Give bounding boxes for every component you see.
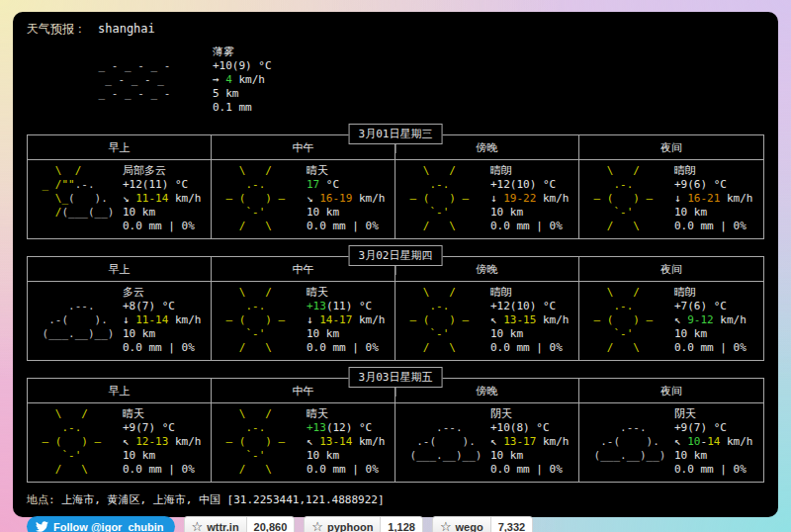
condition-label: 薄雾 xyxy=(213,45,272,59)
weather-art: _ - _ - _ - _ - _ - _ _ - _ - _ - xyxy=(92,45,213,115)
date-header: 3月03日星期五 xyxy=(349,367,443,388)
weather-art-cloud: .--. .-( ). (___.__)__) xyxy=(403,407,482,463)
weather-art-sun: \ / .-. ‒ ( ) ‒ `-' / \ xyxy=(587,286,653,355)
condition-label: 阴天 xyxy=(674,407,761,421)
temperature-value: +10(9) °C xyxy=(213,59,272,73)
star-icon: ☆ xyxy=(311,520,323,532)
weather-art: \ / .-. ‒ ( ) ‒ `-' / \ xyxy=(587,164,674,233)
twitter-bird-icon xyxy=(36,520,48,532)
precipitation-value: 0.1 mm xyxy=(213,101,272,115)
forecast-row: .--. .-( ). (___.__)__) 多云 +8(7) °C ↓ 11… xyxy=(28,282,763,360)
weather-art-cloud: _ - _ - _ - _ - _ - _ _ - _ - _ - xyxy=(92,45,170,101)
visibility-value: 10 km xyxy=(490,206,576,220)
precipitation-value: 0.0 mm | 0% xyxy=(490,220,576,233)
period-header-morning: 早上 xyxy=(28,135,212,159)
badge-repo-name: wego xyxy=(456,521,483,532)
weather-art: .-. ( ). (___(__) \ / _ /"" \_ / xyxy=(36,164,123,233)
footer-badges: Follow @igor_chubin ☆wttr.in 20,860 ☆pyp… xyxy=(27,516,764,532)
day-forecast-section-2: 3月02日星期四 早上 中午 傍晚 夜间 .--. .-( ). (___.__… xyxy=(27,256,764,361)
precipitation-value: 0.0 mm | 0% xyxy=(307,341,393,355)
period-header-night: 夜间 xyxy=(579,379,763,402)
github-star-badge-wttrin[interactable]: ☆wttr.in 20,860 xyxy=(184,516,296,532)
weather-art-sun: \ / .-. ‒ ( ) ‒ `-' / \ xyxy=(220,164,285,233)
weather-art: .--. .-( ). (___.__)__) xyxy=(587,407,674,477)
precipitation-value: 0.0 mm | 0% xyxy=(674,220,761,233)
weather-art: .--. .-( ). (___.__)__) xyxy=(403,407,490,477)
badge-repo-name: wttr.in xyxy=(207,521,238,532)
period-header-night: 夜间 xyxy=(579,135,763,159)
condition-label: 晴朗 xyxy=(674,286,761,300)
condition-label: 晴天 xyxy=(123,407,209,421)
visibility-value: 10 km xyxy=(674,449,761,463)
twitter-follow-button[interactable]: Follow @igor_chubin xyxy=(27,516,175,532)
condition-label: 晴天 xyxy=(307,407,393,421)
weather-art: .--. .-( ). (___.__)__) xyxy=(36,286,123,355)
weather-art: \ / .-. ‒ ( ) ‒ `-' / \ xyxy=(220,164,307,233)
visibility-value: 5 km xyxy=(213,87,272,101)
weather-art: \ / .-. ‒ ( ) ‒ `-' / \ xyxy=(36,407,123,477)
wind-value: ↓ 19-22 km/h xyxy=(490,192,576,206)
forecast-cell-noon: \ / .-. ‒ ( ) ‒ `-' / \ 晴天 +13(12) °C ↖ … xyxy=(212,403,396,482)
forecast-cell-evening: \ / .-. ‒ ( ) ‒ `-' / \ 晴朗 +12(10) °C ↓ … xyxy=(396,160,579,238)
wind-value: ↘ 11-14 km/h xyxy=(123,192,209,206)
period-header-morning: 早上 xyxy=(28,257,212,281)
forecast-cell-noon: \ / .-. ‒ ( ) ‒ `-' / \ 晴天 17 °C ↘ 16-19… xyxy=(212,160,396,238)
weather-art-sun: \ / _ /"" \_ / xyxy=(36,164,81,220)
wind-value: ↖ 9-12 km/h xyxy=(674,313,761,327)
day-forecast-section-1: 3月01日星期三 早上 中午 傍晚 夜间 .-. ( ). (___(__) \… xyxy=(27,134,764,239)
condition-label: 晴朗 xyxy=(490,286,576,300)
condition-label: 晴朗 xyxy=(674,164,761,178)
visibility-value: 10 km xyxy=(674,327,761,341)
condition-label: 局部多云 xyxy=(123,164,209,178)
precipitation-value: 0.0 mm | 0% xyxy=(490,463,576,477)
terminal-panel: 天气预报：shanghai _ - _ - _ - _ - _ - _ _ - … xyxy=(13,12,778,517)
wind-value: ↓ 16-21 km/h xyxy=(674,192,761,206)
period-header-night: 夜间 xyxy=(579,257,763,281)
temperature-value: +10(8) °C xyxy=(490,421,576,435)
badge-repo-name: pyphoon xyxy=(327,521,373,532)
visibility-value: 10 km xyxy=(490,327,576,341)
condition-label: 晴朗 xyxy=(490,164,576,178)
temperature-value: +9(7) °C xyxy=(123,421,209,435)
weather-art-sun: \ / .-. ‒ ( ) ‒ `-' / \ xyxy=(587,164,653,233)
star-icon: ☆ xyxy=(192,520,204,532)
forecast-cell-morning: \ / .-. ‒ ( ) ‒ `-' / \ 晴天 +9(7) °C ↖ 12… xyxy=(28,403,212,482)
github-star-badge-pyphoon[interactable]: ☆pyphoon 1,128 xyxy=(304,516,423,532)
forecast-row: .-. ( ). (___(__) \ / _ /"" \_ / 局部多云 +1… xyxy=(28,160,763,238)
precipitation-value: 0.0 mm | 0% xyxy=(490,341,576,355)
badge-count: 1,128 xyxy=(381,517,422,532)
condition-label: 多云 xyxy=(123,286,209,300)
precipitation-value: 0.0 mm | 0% xyxy=(307,220,393,233)
condition-label: 阴天 xyxy=(490,407,576,421)
location-label: 地点: xyxy=(27,493,55,506)
visibility-value: 10 km xyxy=(490,449,576,463)
forecast-cell-evening: \ / .-. ‒ ( ) ‒ `-' / \ 晴朗 +12(10) °C ↖ … xyxy=(396,282,579,360)
wind-value: ↖ 10-14 km/h xyxy=(674,435,761,449)
weather-art: \ / .-. ‒ ( ) ‒ `-' / \ xyxy=(403,164,490,233)
temperature-value: +12(10) °C xyxy=(490,300,576,313)
location-name: shanghai xyxy=(98,22,155,36)
twitter-follow-label: Follow @igor_chubin xyxy=(53,521,164,532)
precipitation-value: 0.0 mm | 0% xyxy=(674,463,761,477)
weather-art: \ / .-. ‒ ( ) ‒ `-' / \ xyxy=(587,286,674,355)
github-star-badge-wego[interactable]: ☆wego 7,332 xyxy=(432,516,533,532)
visibility-value: 10 km xyxy=(307,206,393,220)
wind-value: ↓ 14-17 km/h xyxy=(307,313,393,327)
precipitation-value: 0.0 mm | 0% xyxy=(123,463,209,477)
location-line: 地点: 上海市, 黄浦区, 上海市, 中国 [31.2253441,121.48… xyxy=(27,492,764,507)
wind-value: ↖ 13-17 km/h xyxy=(490,435,576,449)
weather-art: \ / .-. ‒ ( ) ‒ `-' / \ xyxy=(220,286,307,355)
title-label: 天气预报： xyxy=(27,22,86,36)
weather-art-sun: \ / .-. ‒ ( ) ‒ `-' / \ xyxy=(36,407,101,477)
wind-value: → 4 km/h xyxy=(213,73,272,87)
weather-art-cloud: .--. .-( ). (___.__)__) xyxy=(36,286,114,341)
date-label: 3月01日星期三 xyxy=(359,128,433,140)
visibility-value: 10 km xyxy=(123,327,209,341)
temperature-value: +13(12) °C xyxy=(307,421,393,435)
weather-art: \ / .-. ‒ ( ) ‒ `-' / \ xyxy=(403,286,490,355)
precipitation-value: 0.0 mm | 0% xyxy=(674,341,761,355)
visibility-value: 10 km xyxy=(307,327,393,341)
wind-value: ↖ 13-14 km/h xyxy=(307,435,393,449)
wind-value: ↓ 11-14 km/h xyxy=(123,313,209,327)
forecast-cell-night: .--. .-( ). (___.__)__) 阴天 +9(7) °C ↖ 10… xyxy=(579,403,763,482)
